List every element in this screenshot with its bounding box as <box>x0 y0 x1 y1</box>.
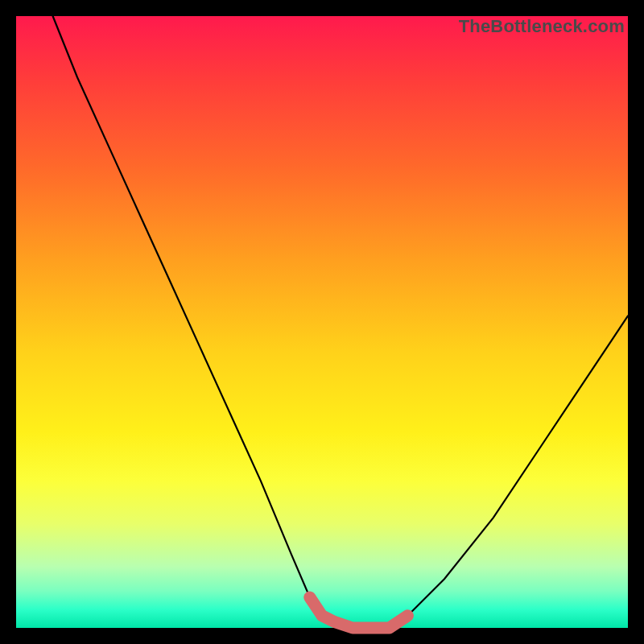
chart-svg <box>16 16 628 628</box>
chart-frame: TheBottleneck.com <box>16 16 628 628</box>
watermark-text: TheBottleneck.com <box>459 16 625 37</box>
optimal-range-marker <box>310 597 408 628</box>
bottleneck-curve <box>53 16 628 628</box>
